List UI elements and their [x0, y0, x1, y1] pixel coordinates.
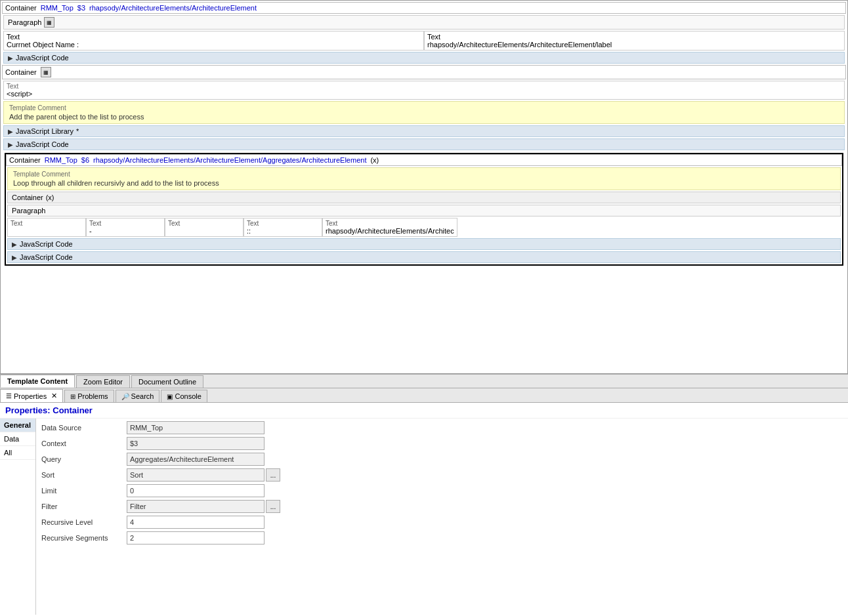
prop-label-recursive_level: Recursive Level [41, 518, 127, 526]
bottom-tab-properties[interactable]: ☰Properties✕ [0, 389, 63, 402]
problems-icon: ⊞ [70, 393, 75, 400]
prop-btn-sort[interactable]: ... [266, 468, 280, 482]
template-comment-2: Template Comment Loop through all childr… [7, 167, 841, 190]
arrow-icon-2: ▶ [8, 141, 13, 148]
inner-container-datasource: RMM_Top [45, 156, 77, 164]
prop-label-context: Context [41, 440, 127, 447]
js-code-row-1[interactable]: ▶ JavaScript Code [3, 52, 845, 64]
prop-input-query [127, 453, 265, 466]
outer-container-context: $3 [77, 4, 85, 12]
prop-input-filter [127, 500, 265, 513]
prop-row-filter: Filter ... [41, 500, 843, 513]
text-col-2: Text rhapsody/ArchitectureElements/Archi… [424, 31, 845, 51]
tab-bar: Template ContentZoom EditorDocument Outl… [0, 374, 848, 388]
prop-input-context [127, 437, 265, 450]
tab-zoom-editor[interactable]: Zoom Editor [76, 375, 130, 388]
text-script-cell: Text <script> [3, 81, 845, 100]
paragraph-row: Paragraph ▦ [3, 15, 845, 30]
tab-close[interactable]: ✕ [51, 392, 57, 400]
arrow-icon-4: ▶ [12, 254, 17, 261]
prop-row-data_source: Data Source [41, 421, 843, 434]
container-2-icon: ▦ [41, 67, 51, 77]
js-code-label-2: JavaScript Code [16, 140, 69, 148]
properties-body: GeneralDataAll Data Source Context Query… [0, 419, 848, 615]
inner-container-context: $6 [81, 156, 89, 164]
js-code-label-1: JavaScript Code [16, 54, 69, 62]
arrow-icon-library: ▶ [8, 128, 13, 135]
text-script-label: Text [7, 83, 841, 90]
text-value-2: rhapsody/ArchitectureElements/Architectu… [427, 41, 841, 49]
sidebar-item-data[interactable]: Data [0, 432, 35, 446]
js-library-label: JavaScript Library [16, 127, 74, 135]
js-library-suffix: * [76, 127, 79, 135]
js-code-row-4[interactable]: ▶ JavaScript Code [7, 251, 841, 263]
bottom-tabs: ☰Properties✕⊞Problems🔎Search▣Console [0, 388, 848, 403]
prop-label-data_source: Data Source [41, 424, 127, 432]
text-cells-row: TextText-Text</div>Text::Textrhapsody/Ar… [7, 218, 841, 237]
prop-input-recursive_segments[interactable] [127, 531, 265, 544]
prop-input-limit[interactable] [127, 484, 265, 497]
inner-container-label: Container [9, 156, 41, 164]
bottom-tab-console[interactable]: ▣Console [161, 390, 207, 402]
arrow-icon-1: ▶ [8, 54, 13, 62]
properties-title: Properties: Container [0, 403, 848, 419]
prop-label-filter: Filter [41, 503, 127, 510]
template-comment-1: Template Comment Add the parent object t… [3, 101, 845, 124]
text-value-1: Currnet Object Name : [7, 41, 421, 49]
container-2-label: Container [5, 68, 37, 76]
prop-label-recursive_segments: Recursive Segments [41, 534, 127, 542]
text-item-1: Text- [86, 218, 165, 237]
container-x-label: Container [12, 194, 43, 201]
outer-container-path: rhapsody/ArchitectureElements/Architectu… [89, 4, 257, 12]
container-label: Container [5, 4, 37, 12]
outer-container-datasource: RMM_Top [41, 4, 74, 12]
inner-paragraph-label: Paragraph [12, 207, 45, 215]
outer-container-header: Container RMM_Top $3 rhapsody/Architectu… [2, 2, 846, 14]
props-icon: ☰ [6, 392, 12, 400]
js-library-row[interactable]: ▶ JavaScript Library * [3, 125, 845, 137]
prop-label-query: Query [41, 455, 127, 463]
template-comment-text-1: Add the parent object to the list to pro… [9, 113, 839, 121]
sidebar-item-general[interactable]: General [0, 419, 35, 432]
text-label-2: Text [427, 33, 841, 41]
prop-row-recursive_segments: Recursive Segments [41, 531, 843, 544]
prop-input-data_source [127, 421, 265, 434]
sidebar-item-all[interactable]: All [0, 446, 35, 460]
search-icon: 🔎 [121, 393, 129, 400]
prop-row-context: Context [41, 437, 843, 450]
prop-input-sort [127, 468, 265, 482]
inner-paragraph: Paragraph [7, 205, 841, 216]
prop-row-query: Query [41, 453, 843, 466]
text-script-value: <script> [7, 90, 841, 98]
js-code-row-2[interactable]: ▶ JavaScript Code [3, 138, 845, 150]
tab-template-content[interactable]: Template Content [0, 375, 75, 388]
prop-row-sort: Sort ... [41, 468, 843, 482]
js-code-row-3[interactable]: ▶ JavaScript Code [7, 238, 841, 250]
inner-container: Container RMM_Top $6 rhapsody/Architectu… [5, 153, 843, 266]
paragraph-icon: ▦ [44, 17, 54, 28]
prop-label-sort: Sort [41, 471, 127, 479]
arrow-icon-3: ▶ [12, 241, 17, 248]
prop-row-limit: Limit [41, 484, 843, 497]
bottom-tab-search[interactable]: 🔎Search [116, 390, 160, 402]
bottom-tab-problems[interactable]: ⊞Problems [64, 390, 114, 402]
text-item-3: Text:: [244, 218, 322, 237]
text-item-0: Text [7, 218, 86, 237]
two-col-text-row: Text Currnet Object Name : Text rhapsody… [3, 31, 845, 51]
console-icon: ▣ [167, 393, 173, 400]
text-label-1: Text [7, 33, 421, 41]
prop-input-recursive_level[interactable] [127, 516, 265, 529]
container-x-row: Container (x) [7, 192, 841, 203]
text-item-2: Text</div> [165, 218, 244, 237]
template-comment-label-2: Template Comment [13, 171, 835, 178]
container-x-iteration: (x) [46, 194, 54, 201]
props-content: Data Source Context Query Sort ... Limit… [36, 419, 848, 615]
props-sidebar: GeneralDataAll [0, 419, 36, 615]
template-comment-label-1: Template Comment [9, 104, 839, 112]
tab-document-outline[interactable]: Document Outline [131, 375, 203, 388]
properties-panel: Properties: Container GeneralDataAll Dat… [0, 403, 848, 616]
editor-area: Container RMM_Top $3 rhapsody/Architectu… [0, 0, 848, 374]
js-code-label-3: JavaScript Code [20, 240, 73, 248]
prop-btn-filter[interactable]: ... [266, 500, 280, 513]
inner-container-path: rhapsody/ArchitectureElements/Architectu… [93, 156, 366, 164]
